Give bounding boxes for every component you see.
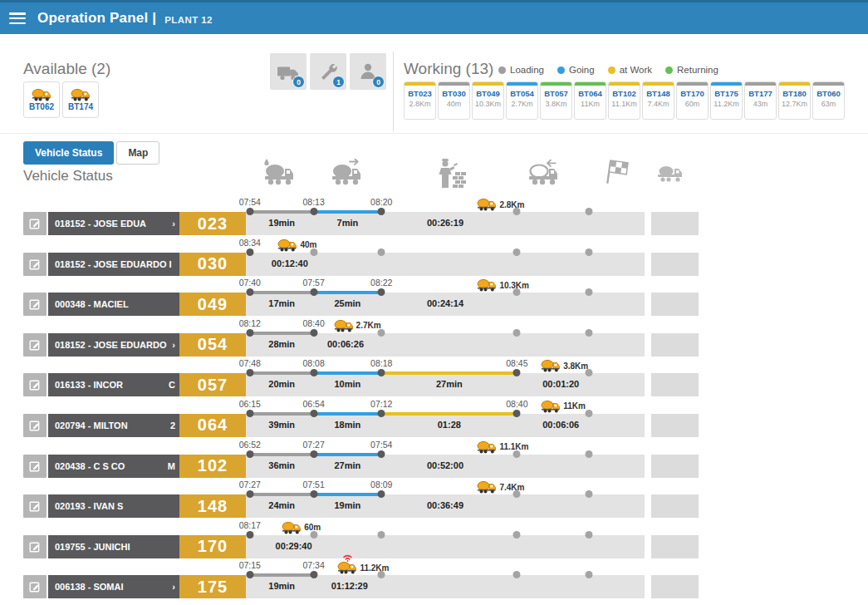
marker-time: 07:54	[370, 440, 392, 450]
vehicle-name: 018152 - JOSE EDUARDO I	[55, 259, 172, 269]
working-legend: LoadingGoingat WorkReturning	[498, 65, 718, 75]
maintenance-tile[interactable]: 1	[310, 53, 346, 90]
vehicle-number-badge: 148	[179, 494, 246, 518]
vehicle-distance: 12.7Km	[782, 100, 807, 108]
timeline-marker	[378, 490, 385, 498]
vehicle-distance: 60m	[685, 100, 700, 108]
edit-button[interactable]	[23, 455, 47, 478]
edit-button[interactable]	[23, 535, 47, 558]
edit-icon	[29, 581, 41, 593]
menu-icon[interactable]	[9, 12, 26, 24]
vehicle-code: BT170	[680, 89, 704, 98]
segment-duration: 10min	[334, 379, 360, 389]
vehicle-label[interactable]: 018152 - JOSE EDUA›	[48, 212, 179, 235]
vehicle-rows: 018152 - JOSE EDUA›02319min7min07:5408:1…	[23, 212, 704, 605]
elapsed-time: 01:12:29	[331, 581, 368, 591]
vehicle-label[interactable]: 016133 - INCORC	[48, 373, 179, 396]
working-vehicle-card[interactable]: BT03040m	[438, 81, 470, 120]
timeline: 39min18min01:2806:1506:5407:1208:4000:06…	[246, 414, 645, 437]
segment-duration: 25min	[334, 298, 360, 308]
elapsed-time: 00:36:49	[427, 500, 463, 510]
vehicle-label[interactable]: 018152 - JOSE EDUARDO I	[48, 253, 179, 276]
working-vehicle-card[interactable]: BT18012.7Km	[778, 81, 811, 120]
tab-vehicle-status[interactable]: Vehicle Status	[23, 141, 114, 165]
timeline-marker	[310, 410, 317, 417]
timeline-marker	[246, 288, 253, 296]
tab-map[interactable]: Map	[116, 141, 159, 165]
idle-trucks-tile[interactable]: 0	[270, 53, 306, 90]
edit-button[interactable]	[23, 575, 47, 598]
end-cell	[651, 414, 699, 437]
segment-duration: 28min	[268, 339, 295, 349]
truck-position: 2.7Km	[334, 319, 381, 332]
edit-button[interactable]	[23, 253, 47, 276]
timeline-segment	[314, 453, 382, 456]
working-vehicle-card[interactable]: BT17511.2Km	[710, 81, 743, 120]
going-truck-icon	[331, 159, 364, 190]
edit-icon	[29, 500, 41, 512]
legend-item-at-work: at Work	[608, 65, 652, 75]
working-vehicle-card[interactable]: BT0232.8Km	[404, 81, 436, 120]
drivers-tile[interactable]: 0	[350, 53, 386, 90]
edit-button[interactable]	[23, 333, 47, 357]
vehicle-code: BT062	[29, 102, 54, 111]
truck-position: 40m	[277, 239, 316, 252]
timeline-marker	[310, 208, 317, 215]
working-vehicle-card[interactable]: BT17060m	[676, 81, 709, 120]
vehicle-code: BT057	[544, 89, 568, 98]
working-vehicle-card[interactable]: BT06411Km	[574, 81, 606, 120]
timeline-marker	[378, 369, 385, 376]
vehicle-number-badge: 057	[179, 373, 246, 396]
elapsed-time: 00:01:20	[542, 379, 579, 389]
vehicle-label[interactable]: 018152 - JOSE EDUARDO›	[48, 333, 179, 357]
vehicle-name: 020438 - C S CO	[55, 461, 125, 471]
vehicle-label[interactable]: 020794 - MILTON2	[48, 414, 179, 437]
edit-button[interactable]	[23, 414, 47, 437]
available-vehicle-card[interactable]: BT062	[23, 81, 60, 118]
working-vehicle-card[interactable]: BT1487.4Km	[642, 81, 674, 120]
segment-duration: 7min	[337, 218, 359, 228]
working-vehicle-card[interactable]: BT06063m	[812, 81, 845, 120]
vehicle-code: BT064	[578, 89, 602, 98]
edit-button[interactable]	[23, 293, 47, 316]
timeline-segment	[250, 210, 314, 214]
timeline-marker	[513, 410, 521, 417]
status-strip	[745, 82, 776, 86]
timeline-marker	[378, 288, 385, 296]
end-cell	[651, 373, 699, 396]
truck-distance: 11.2Km	[360, 563, 389, 573]
vehicle-label[interactable]: 000348 - MACIEL	[48, 293, 179, 316]
vehicle-label[interactable]: 020438 - C S COM	[48, 455, 179, 478]
timeline-segment	[381, 371, 517, 375]
working-vehicle-card[interactable]: BT0542.7Km	[506, 81, 538, 120]
vehicle-label[interactable]: 019755 - JUNICHI	[48, 535, 179, 558]
legend-label: Returning	[677, 65, 718, 75]
legend-dot	[557, 66, 565, 74]
timeline-marker	[310, 490, 317, 498]
edit-button[interactable]	[23, 212, 47, 235]
available-vehicle-card[interactable]: BT174	[62, 81, 99, 118]
working-vehicle-card[interactable]: BT0573.8Km	[540, 81, 572, 120]
edit-button[interactable]	[23, 494, 47, 518]
working-vehicle-card[interactable]: BT17743m	[744, 81, 777, 120]
marker-time: 07:48	[239, 358, 261, 368]
working-vehicle-card[interactable]: BT04910.3Km	[472, 81, 504, 120]
end-cell	[651, 293, 699, 316]
timeline-segment	[314, 493, 382, 496]
timeline-segment	[250, 453, 314, 456]
vehicle-label[interactable]: 020193 - IVAN S	[48, 494, 179, 518]
elapsed-time: 00:06:26	[327, 339, 364, 349]
truck-position: 10.3Km	[477, 278, 529, 292]
vehicle-distance: 40m	[447, 100, 462, 108]
marker-time: 07:40	[239, 278, 261, 288]
mixer-truck-icon	[477, 480, 497, 494]
marker-time: 07:57	[302, 278, 324, 288]
edit-button[interactable]	[23, 373, 47, 396]
vehicle-label[interactable]: 006138 - SOMAI›	[48, 575, 179, 598]
marker-time: 08:45	[506, 358, 527, 368]
working-vehicle-card[interactable]: BT10211.1Km	[608, 81, 640, 120]
truck-position: 3.8Km	[541, 359, 588, 372]
vehicle-name: 018152 - JOSE EDUA	[55, 219, 146, 229]
timeline-marker	[246, 571, 253, 578]
marker-time: 08:22	[370, 278, 392, 288]
